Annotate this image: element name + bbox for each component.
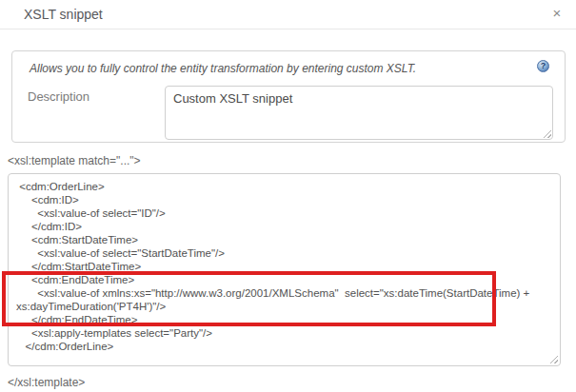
code-line: </cdm:EndDateTime> bbox=[16, 313, 560, 326]
info-panel: Allows you to fully control the entity t… bbox=[11, 50, 566, 143]
transformation-hint: Allows you to fully control the entity t… bbox=[30, 62, 416, 75]
xslt-template-close-label: </xsl:template> bbox=[8, 376, 85, 389]
description-textarea[interactable]: Custom XSLT snippet bbox=[165, 86, 553, 140]
code-line: </cdm:StartDateTime> bbox=[16, 260, 560, 273]
close-icon: × bbox=[553, 5, 562, 21]
xslt-template-open-label: <xsl:template match="..."> bbox=[8, 154, 141, 167]
close-button[interactable]: × bbox=[547, 4, 566, 23]
xslt-code-editor[interactable]: <cdm:OrderLine> <cdm:ID> <xsl:value-of s… bbox=[8, 173, 561, 366]
code-lines: <cdm:OrderLine> <cdm:ID> <xsl:value-of s… bbox=[16, 180, 560, 353]
code-line: <xsl:apply-templates select="Party"/> bbox=[16, 326, 560, 340]
code-line: <cdm:EndDateTime> bbox=[16, 273, 560, 286]
resize-grip-icon[interactable] bbox=[549, 355, 558, 363]
description-field-wrap: Custom XSLT snippet bbox=[165, 86, 553, 140]
help-question-icon[interactable]: ? bbox=[537, 60, 549, 72]
code-line: <xsl:value-of select="StartDateTime"/> bbox=[16, 246, 560, 260]
code-line: <cdm:ID> bbox=[16, 193, 560, 206]
code-line: <cdm:StartDateTime> bbox=[16, 233, 560, 246]
code-line: <xsl:value-of select="ID"/> bbox=[16, 206, 560, 220]
dialog-header: XSLT snippet × bbox=[0, 0, 576, 29]
code-line: </cdm:OrderLine> bbox=[16, 340, 560, 353]
code-line: <cdm:OrderLine> bbox=[16, 180, 560, 193]
code-line: xs:dayTimeDuration('PT4H')"/> bbox=[16, 300, 560, 313]
code-line: </cdm:ID> bbox=[16, 220, 560, 233]
page-title: XSLT snippet bbox=[24, 7, 103, 22]
code-line: <xsl:value-of xmlns:xs="http://www.w3.or… bbox=[16, 286, 560, 300]
description-label: Description bbox=[28, 89, 89, 104]
